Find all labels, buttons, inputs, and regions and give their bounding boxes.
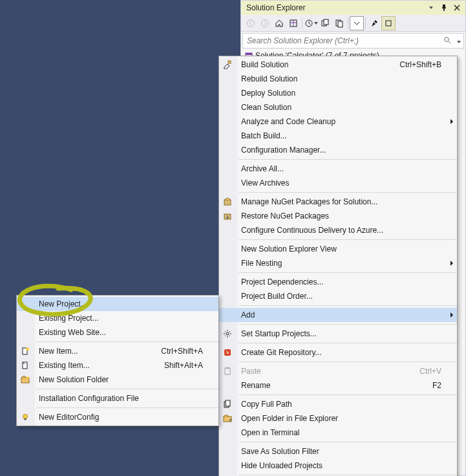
svg-rect-12 — [228, 61, 231, 63]
menu-item-label: New EditorConfig — [39, 410, 99, 424]
menu-item-build-solution[interactable]: Build SolutionCtrl+Shift+B — [219, 58, 457, 72]
menu-item-hide-unloaded-projects[interactable]: Hide Unloaded Projects — [219, 459, 457, 473]
existing-item-icon — [19, 360, 31, 371]
menu-item-label: New Solution Explorer View — [241, 242, 337, 256]
svg-rect-8 — [386, 21, 391, 26]
svg-point-27 — [23, 415, 28, 419]
solution-explorer-search[interactable] — [242, 33, 464, 49]
nav-back-icon[interactable] — [244, 16, 258, 30]
build-icon — [222, 59, 233, 70]
menu-item-label: File Nesting — [241, 256, 282, 270]
menu-item-existing-item[interactable]: Existing Item...Shift+Alt+A — [17, 358, 218, 373]
menu-separator — [238, 475, 457, 475]
menu-item-configuration-manager[interactable]: Configuration Manager... — [219, 143, 457, 157]
menu-item-existing-project[interactable]: Existing Project... — [17, 311, 218, 325]
menu-separator — [238, 395, 457, 395]
menu-item-deploy-solution[interactable]: Deploy Solution — [219, 86, 457, 100]
menu-item-label: Project Dependencies... — [241, 275, 323, 289]
preview-icon[interactable] — [381, 16, 396, 30]
menu-item-label: Set Startup Projects... — [241, 327, 317, 341]
menu-item-label: Existing Item... — [39, 358, 90, 373]
menu-separator — [36, 407, 218, 408]
menu-item-installation-configuration-file[interactable]: Installation Configuration File — [17, 391, 218, 406]
menu-item-label: Build Solution — [241, 58, 288, 72]
menu-item-label: Existing Web Site... — [39, 325, 106, 340]
menu-item-new-item[interactable]: New Item...Ctrl+Shift+A — [17, 344, 218, 358]
menu-item-create-git-repository[interactable]: Create Git Repository... — [219, 345, 457, 360]
menu-item-label: Configuration Manager... — [241, 143, 326, 157]
svg-rect-28 — [25, 418, 26, 420]
menu-item-analyze-and-code-cleanup[interactable]: Analyze and Code Cleanup — [219, 114, 457, 129]
menu-item-new-solution-folder[interactable]: New Solution Folder — [17, 373, 218, 387]
menu-item-manage-nuget-packages-for-solution[interactable]: Manage NuGet Packages for Solution... — [219, 195, 457, 209]
copy-path-icon — [222, 398, 233, 410]
svg-point-23 — [26, 347, 29, 351]
menu-item-existing-web-site[interactable]: Existing Web Site... — [17, 325, 218, 340]
menu-item-project-build-order[interactable]: Project Build Order... — [219, 289, 457, 303]
window-menu-icon[interactable] — [425, 2, 437, 14]
menu-separator — [238, 192, 457, 193]
menu-item-archive-all[interactable]: Archive All... — [219, 162, 457, 176]
menu-separator — [238, 239, 457, 240]
svg-rect-18 — [226, 367, 229, 369]
solution-explorer-title: Solution Explorer — [246, 1, 305, 15]
svg-rect-5 — [324, 19, 328, 25]
menu-item-configure-continuous-delivery-to-azure[interactable]: Configure Continuous Delivery to Azure..… — [219, 223, 457, 237]
menu-item-open-in-terminal[interactable]: Open in Terminal — [219, 426, 457, 440]
menu-item-add[interactable]: Add — [219, 308, 457, 322]
search-input[interactable] — [243, 36, 440, 45]
home-icon[interactable] — [272, 16, 286, 30]
svg-rect-7 — [338, 21, 343, 27]
menu-item-save-as-solution-filter[interactable]: Save As Solution Filter — [219, 444, 457, 459]
menu-item-shortcut: Ctrl+Shift+B — [399, 58, 441, 72]
menu-item-copy-full-path[interactable]: Copy Full Path — [219, 397, 457, 411]
svg-rect-17 — [225, 368, 230, 374]
menu-item-clean-solution[interactable]: Clean Solution — [219, 100, 457, 114]
menu-separator — [238, 305, 457, 306]
menu-item-new-project[interactable]: New Project... — [17, 297, 218, 311]
menu-separator — [238, 442, 457, 442]
search-options-icon[interactable] — [454, 36, 463, 45]
show-all-files-icon[interactable] — [332, 16, 346, 30]
menu-item-set-startup-projects[interactable]: Set Startup Projects... — [219, 327, 457, 341]
menu-item-batch-build[interactable]: Batch Build... — [219, 129, 457, 143]
svg-point-1 — [262, 19, 269, 27]
collapse-all-icon[interactable] — [350, 16, 364, 30]
menu-item-label: Manage NuGet Packages for Solution... — [241, 195, 377, 209]
menu-item-shortcut: Shift+Alt+A — [164, 358, 203, 373]
nuget-restore-icon — [222, 210, 233, 222]
nav-forward-icon[interactable] — [258, 16, 272, 30]
search-icon[interactable] — [440, 36, 454, 46]
menu-item-label: Rename — [241, 378, 270, 393]
menu-item-restore-nuget-packages[interactable]: Restore NuGet Packages — [219, 209, 457, 223]
menu-item-rename[interactable]: RenameF2 — [219, 378, 457, 393]
close-icon[interactable] — [451, 2, 463, 14]
menu-item-new-solution-explorer-view[interactable]: New Solution Explorer View — [219, 242, 457, 256]
pending-changes-filter-icon[interactable] — [304, 16, 318, 30]
solution-explorer-toolbar — [241, 15, 465, 32]
menu-separator — [238, 272, 457, 273]
solution-explorer-titlebar: Solution Explorer — [241, 1, 465, 15]
menu-item-label: Clean Solution — [241, 100, 291, 114]
menu-item-open-folder-in-file-explorer[interactable]: Open Folder in File Explorer — [219, 411, 457, 426]
switch-views-icon[interactable] — [286, 16, 301, 30]
menu-item-label: Archive All... — [241, 162, 284, 176]
svg-rect-16 — [224, 349, 231, 356]
menu-item-view-archives[interactable]: View Archives — [219, 176, 457, 190]
explorer-icon — [222, 413, 233, 424]
menu-item-label: Rebuild Solution — [241, 72, 297, 86]
svg-rect-21 — [224, 416, 231, 422]
properties-icon[interactable] — [367, 16, 381, 30]
menu-item-file-nesting[interactable]: File Nesting — [219, 256, 457, 270]
svg-point-0 — [248, 19, 255, 27]
svg-rect-11 — [246, 53, 252, 55]
menu-item-rebuild-solution[interactable]: Rebuild Solution — [219, 72, 457, 86]
menu-item-shortcut: Ctrl+Shift+A — [161, 344, 203, 358]
menu-item-project-dependencies[interactable]: Project Dependencies... — [219, 275, 457, 289]
svg-point-9 — [445, 37, 449, 41]
sync-icon[interactable] — [318, 16, 332, 30]
solution-context-menu: Build SolutionCtrl+Shift+BRebuild Soluti… — [218, 56, 458, 476]
pin-icon[interactable] — [438, 2, 450, 14]
menu-item-label: Open in Terminal — [241, 426, 300, 440]
menu-item-new-editorconfig[interactable]: New EditorConfig — [17, 410, 218, 424]
